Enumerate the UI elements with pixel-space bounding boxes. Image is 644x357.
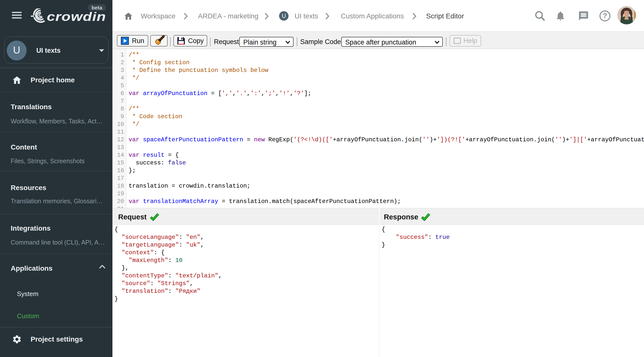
svg-text:?: ? bbox=[603, 12, 607, 20]
